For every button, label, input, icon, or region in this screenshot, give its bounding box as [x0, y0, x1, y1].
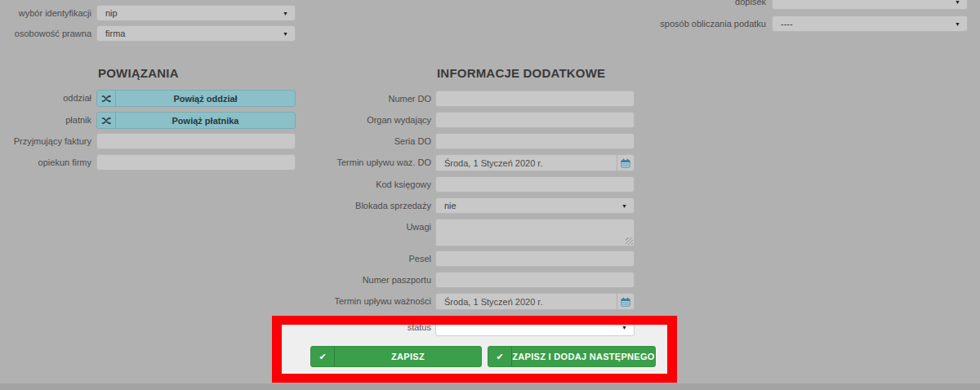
pesel-input[interactable]: [435, 250, 635, 267]
wybor-identyfikacji-label: wybór identyfikacji: [0, 5, 91, 21]
organ-wydajacy-field[interactable]: [435, 112, 635, 128]
organ-wydajacy-label: Organ wydający: [245, 112, 431, 128]
przyjmujacy-faktury-label: Przyjmujący faktury: [0, 133, 91, 149]
zapisz-i-dodaj-button[interactable]: ✔ ZAPISZ I DODAJ NASTĘPNEGO: [488, 346, 656, 367]
termin-waznosci-datepicker[interactable]: Środa, 1 Styczeń 2020 r.: [435, 293, 635, 310]
numer-do-field[interactable]: [435, 91, 635, 107]
calendar-icon[interactable]: [617, 294, 634, 309]
organ-wydajacy-input[interactable]: [435, 112, 635, 128]
chevron-down-icon: ▼: [621, 324, 627, 330]
sposob-obliczania-podatku-select[interactable]: ----▼: [772, 16, 968, 32]
numer-do-input[interactable]: [435, 91, 635, 107]
shuffle-icon: [97, 91, 116, 106]
informacje-dodatkowe-section-title: INFORMACJE DODATKOWE: [437, 66, 605, 80]
termin-waznosci-label: Termin upływu ważności: [245, 293, 431, 309]
osobowosc-prawna-value: firma: [105, 29, 125, 38]
numer-paszportu-field[interactable]: [435, 272, 635, 288]
blokada-sprzedazy-label: Blokada sprzedaży: [245, 197, 431, 214]
wybor-identyfikacji-select[interactable]: nip▼: [96, 5, 296, 21]
uwagi-label: Uwagi: [245, 219, 431, 235]
kod-ksiegowy-field[interactable]: [435, 176, 635, 193]
check-icon: ✔: [311, 347, 335, 366]
shuffle-icon: [97, 113, 116, 128]
seria-do-input[interactable]: [435, 133, 635, 149]
zapisz-i-dodaj-button-label: ZAPISZ I DODAJ NASTĘPNEGO: [512, 347, 655, 366]
zapisz-button-label: ZAPISZ: [335, 347, 481, 366]
highlight-frame-top: [272, 316, 677, 325]
kod-ksiegowy-input[interactable]: [435, 176, 635, 193]
osobowosc-prawna-select[interactable]: firma▼: [96, 25, 296, 42]
oddzial-label: oddział: [0, 90, 91, 107]
resize-grip-icon[interactable]: [626, 237, 633, 245]
seria-do-label: Seria DO: [245, 133, 431, 149]
zapisz-button[interactable]: ✔ ZAPISZ: [310, 346, 482, 367]
numer-do-label: Numer DO: [245, 91, 431, 107]
kod-ksiegowy-label: Kod księgowy: [245, 176, 431, 193]
numer-paszportu-label: Numer paszportu: [245, 272, 431, 288]
chevron-down-icon: ▼: [283, 31, 288, 37]
uwagi-field[interactable]: [435, 219, 635, 246]
highlight-frame-left: [272, 316, 282, 383]
termin-waznosci-value: Środa, 1 Styczeń 2020 r.: [436, 297, 617, 307]
customer-edit-form: wybór identyfikacji nip▼ osobowość prawn…: [0, 0, 980, 390]
sposob-obliczania-podatku-label: sposób obliczania podatku: [572, 16, 766, 32]
opiekun-firmy-label: opiekun firmy: [0, 154, 91, 171]
termin-waz-do-label: Termin upływu waz. DO: [245, 154, 431, 171]
page-bottom-edge: [0, 383, 980, 390]
highlight-frame-right: [667, 316, 677, 383]
termin-waz-do-value: Środa, 1 Styczeń 2020 r.: [436, 158, 617, 168]
chevron-down-icon: ▼: [955, 0, 960, 5]
pesel-label: Pesel: [245, 250, 431, 267]
blokada-sprzedazy-select[interactable]: nie▼: [435, 197, 635, 214]
chevron-down-icon: ▼: [621, 203, 627, 209]
dopisek-select[interactable]: ▼: [772, 0, 968, 10]
chevron-down-icon: ▼: [955, 21, 960, 27]
highlight-frame-bottom: [272, 374, 677, 383]
platnik-label: płatnik: [0, 112, 91, 129]
check-icon: ✔: [488, 347, 512, 366]
termin-waz-do-datepicker[interactable]: Środa, 1 Styczeń 2020 r.: [435, 154, 635, 171]
blokada-sprzedazy-value: nie: [444, 201, 457, 211]
sposob-obliczania-podatku-value: ----: [781, 19, 793, 29]
uwagi-textarea[interactable]: [435, 219, 635, 246]
osobowosc-prawna-label: osobowość prawna: [0, 25, 91, 42]
chevron-down-icon: ▼: [283, 11, 288, 16]
dopisek-label: dopisek: [572, 0, 766, 10]
calendar-icon[interactable]: [617, 155, 634, 171]
wybor-identyfikacji-value: nip: [105, 8, 118, 18]
numer-paszportu-input[interactable]: [435, 272, 635, 288]
powiazania-section-title: POWIĄZANIA: [98, 66, 179, 80]
seria-do-field[interactable]: [435, 133, 635, 149]
pesel-field[interactable]: [435, 250, 635, 267]
